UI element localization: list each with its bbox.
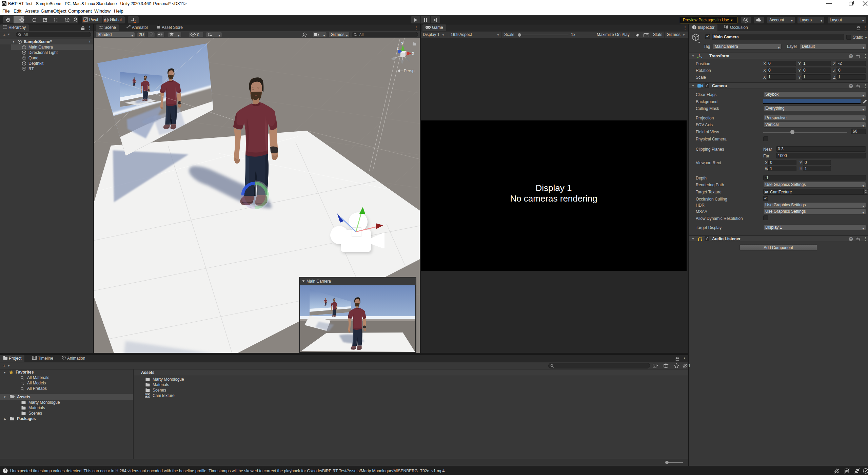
svg-text:RT: RT <box>28 66 34 71</box>
svg-text:Main Camera: Main Camera <box>307 279 331 284</box>
svg-text:y: y <box>401 40 403 45</box>
svg-text:Directional Light: Directional Light <box>28 50 58 55</box>
svg-text:?: ? <box>850 238 852 241</box>
svg-text:Persp: Persp <box>404 69 415 73</box>
svg-text:Quad: Quad <box>28 56 38 60</box>
svg-text:z: z <box>397 46 399 51</box>
svg-text:?: ? <box>850 55 852 58</box>
svg-text:?: ? <box>850 84 852 88</box>
svg-text:x: x <box>412 51 414 56</box>
svg-text:Depthkit: Depthkit <box>28 61 44 66</box>
svg-text:Main Camera: Main Camera <box>28 45 53 50</box>
